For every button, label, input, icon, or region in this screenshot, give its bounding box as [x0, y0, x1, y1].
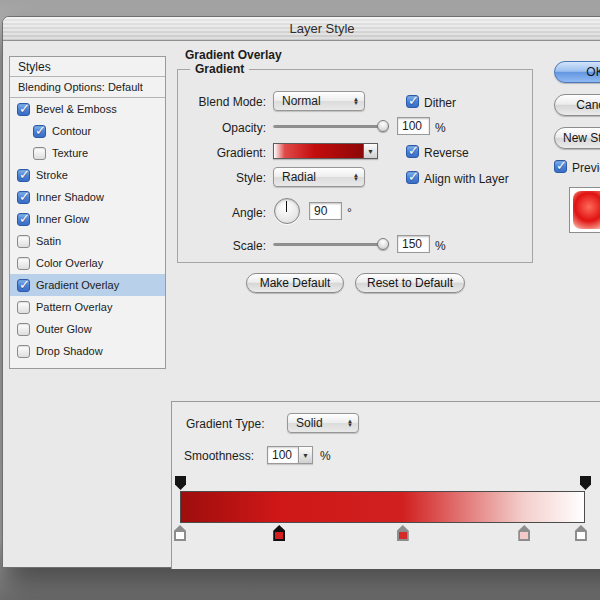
styles-item-contour[interactable]: Contour [10, 120, 165, 142]
styles-item-outer-glow[interactable]: Outer Glow [10, 318, 165, 340]
color-stop[interactable] [518, 525, 530, 541]
new-style-button[interactable]: New Style... [554, 127, 600, 149]
styles-item-satin[interactable]: Satin [10, 230, 165, 252]
pattern-overlay-effect-checkbox[interactable] [17, 301, 30, 314]
opacity-stops-row [180, 475, 585, 490]
color-stop[interactable] [575, 525, 587, 541]
angle-label: Angle: [153, 205, 266, 221]
contour-effect-checkbox[interactable] [33, 125, 46, 138]
preview-gradient-blob [573, 191, 600, 229]
styles-item-color-overlay[interactable]: Color Overlay [10, 252, 165, 274]
scale-slider-thumb[interactable] [377, 238, 389, 250]
styles-item-label: Inner Glow [36, 213, 89, 225]
styles-item-bevel-emboss[interactable]: Bevel & Emboss [10, 98, 165, 120]
scale-input[interactable]: 150 [397, 235, 430, 253]
opacity-label: Opacity: [153, 120, 266, 136]
drop-shadow-effect-checkbox[interactable] [17, 345, 30, 358]
styles-item-stroke[interactable]: Stroke [10, 164, 165, 186]
satin-effect-checkbox[interactable] [17, 235, 30, 248]
reverse-label: Reverse [424, 145, 469, 161]
popup-arrows-icon: ▲▼ [347, 419, 353, 427]
popup-arrows-icon: ▲▼ [353, 173, 359, 181]
styles-item-label: Color Overlay [36, 257, 103, 269]
angle-unit: ° [347, 205, 352, 221]
opacity-input[interactable]: 100 [397, 117, 430, 135]
gradient-picker-arrow-icon[interactable]: ▼ [364, 144, 377, 158]
color-stops-row [180, 525, 585, 541]
color-stop-selected[interactable] [273, 525, 285, 541]
window-title: Layer Style [289, 21, 354, 36]
gradient-label: Gradient: [153, 145, 266, 161]
layer-style-dialog: Layer Style Styles Blending Options: Def… [2, 16, 600, 568]
make-default-button[interactable]: Make Default [246, 273, 344, 293]
outer-glow-effect-checkbox[interactable] [17, 323, 30, 336]
styles-item-label: Drop Shadow [36, 345, 103, 357]
inner-glow-effect-checkbox[interactable] [17, 213, 30, 226]
angle-input[interactable]: 90 [309, 202, 342, 220]
gradient-type-value: Solid [296, 416, 323, 430]
angle-dial[interactable] [274, 198, 300, 224]
opacity-stop[interactable] [580, 476, 591, 490]
scale-label: Scale: [153, 238, 266, 254]
dither-label: Dither [424, 95, 456, 111]
styles-item-label: Stroke [36, 169, 68, 181]
scale-slider-track [273, 243, 389, 246]
popup-arrows-icon: ▲▼ [353, 97, 359, 105]
gradient-overlay-effect-checkbox[interactable] [17, 279, 30, 292]
styles-item-label: Gradient Overlay [36, 279, 119, 291]
opacity-value: 100 [402, 119, 422, 133]
align-with-layer-label: Align with Layer [424, 171, 509, 187]
inner-shadow-effect-checkbox[interactable] [17, 191, 30, 204]
preview-label: Preview [572, 160, 600, 176]
color-stop[interactable] [397, 525, 409, 541]
reverse-checkbox[interactable] [406, 145, 419, 158]
styles-item-label: Inner Shadow [36, 191, 104, 203]
styles-panel-header: Styles [10, 57, 165, 77]
color-overlay-effect-checkbox[interactable] [17, 257, 30, 270]
ok-button[interactable]: OK [554, 61, 600, 83]
stroke-effect-checkbox[interactable] [17, 169, 30, 182]
styles-item-label: Outer Glow [36, 323, 92, 335]
styles-item-texture[interactable]: Texture [10, 142, 165, 164]
smoothness-unit: % [320, 448, 331, 464]
preview-checkbox[interactable] [554, 160, 567, 173]
gradient-swatch-button[interactable]: ▼ [273, 143, 378, 159]
smoothness-label: Smoothness: [184, 448, 254, 464]
align-with-layer-checkbox[interactable] [406, 171, 419, 184]
reset-to-default-button[interactable]: Reset to Default [355, 273, 465, 293]
opacity-slider-track [273, 125, 389, 128]
styles-item-pattern-overlay[interactable]: Pattern Overlay [10, 296, 165, 318]
styles-item-drop-shadow[interactable]: Drop Shadow [10, 340, 165, 362]
blend-mode-dropdown[interactable]: Normal ▲▼ [273, 91, 365, 111]
title-bar[interactable]: Layer Style [3, 17, 600, 41]
styles-item-inner-shadow[interactable]: Inner Shadow [10, 186, 165, 208]
opacity-slider-thumb[interactable] [377, 120, 389, 132]
styles-item-gradient-overlay[interactable]: Gradient Overlay [10, 274, 165, 296]
styles-item-label: Satin [36, 235, 61, 247]
color-stop[interactable] [174, 525, 186, 541]
style-preview-thumbnail [569, 187, 600, 233]
smoothness-combo[interactable]: 100 ▼ [267, 446, 313, 464]
opacity-stop[interactable] [175, 476, 186, 490]
style-dropdown[interactable]: Radial ▲▼ [273, 167, 365, 187]
cancel-button[interactable]: Cancel [554, 94, 600, 116]
blend-mode-value: Normal [282, 94, 321, 108]
smoothness-value[interactable]: 100 [268, 447, 298, 463]
styles-item-inner-glow[interactable]: Inner Glow [10, 208, 165, 230]
styles-panel: Styles Blending Options: Default Bevel &… [9, 56, 166, 369]
blending-options-item[interactable]: Blending Options: Default [10, 77, 165, 98]
dither-checkbox[interactable] [406, 95, 419, 108]
style-label: Style: [153, 170, 266, 186]
styles-item-label: Texture [52, 147, 88, 159]
gradient-bar[interactable] [180, 491, 585, 523]
texture-effect-checkbox[interactable] [33, 147, 46, 160]
opacity-slider[interactable] [273, 119, 389, 133]
smoothness-dropdown-arrow-icon[interactable]: ▼ [298, 447, 312, 463]
bevel-emboss-effect-checkbox[interactable] [17, 103, 30, 116]
scale-slider[interactable] [273, 237, 389, 251]
gradient-type-label: Gradient Type: [186, 416, 265, 432]
scale-unit: % [435, 238, 446, 254]
styles-item-label: Bevel & Emboss [36, 103, 117, 115]
gradient-type-dropdown[interactable]: Solid ▲▼ [287, 413, 359, 433]
page-title: Gradient Overlay [185, 48, 282, 62]
